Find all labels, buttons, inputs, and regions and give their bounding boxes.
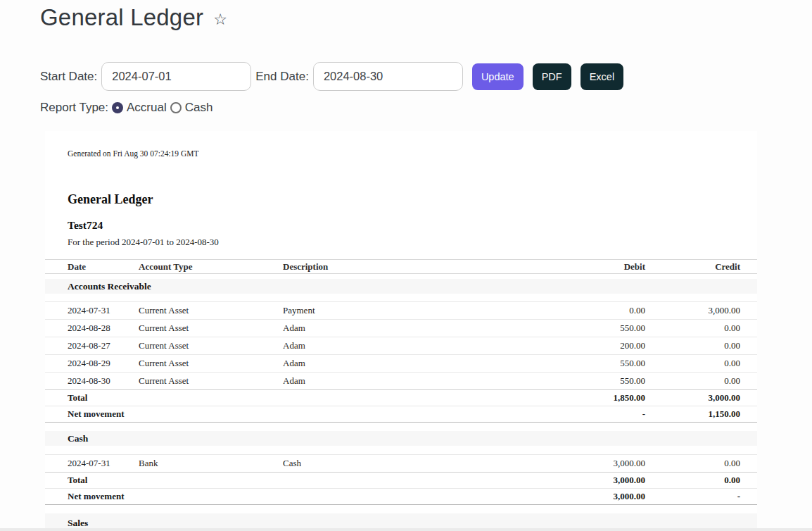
- end-date-label: End Date:: [255, 70, 309, 84]
- cell-description: Payment: [283, 305, 505, 316]
- report-controls: Start Date: End Date: Update PDF Excel: [40, 62, 623, 91]
- col-header-account-type: Account Type: [139, 261, 283, 273]
- cell-account-type: Bank: [139, 458, 283, 469]
- cell-date: 2024-08-30: [45, 375, 139, 387]
- cell-debit: 0.00: [505, 305, 645, 316]
- report-type-row: Report Type: Accrual Cash: [40, 100, 212, 115]
- cell-debit: 3,000.00: [505, 458, 645, 469]
- cell-debit: 550.00: [505, 358, 645, 369]
- cell-account-type: Current Asset: [139, 340, 283, 351]
- net-movement-label: Net movement: [45, 491, 139, 502]
- end-date-input[interactable]: [313, 62, 463, 91]
- cell-credit: 0.00: [645, 358, 757, 369]
- total-label: Total: [45, 392, 139, 404]
- cell-date: 2024-08-29: [45, 358, 139, 369]
- total-debit: 1,850.00: [505, 392, 645, 404]
- report-company: Test724: [68, 219, 103, 232]
- cell-debit: 550.00: [505, 375, 645, 387]
- cell-account-type: Current Asset: [139, 358, 283, 369]
- report-type-label: Report Type:: [40, 101, 108, 115]
- cell-date: 2024-08-27: [45, 340, 139, 351]
- cell-date: 2024-07-31: [45, 305, 139, 316]
- cell-description: Cash: [283, 458, 505, 469]
- total-debit: 3,000.00: [505, 475, 645, 486]
- table-header-row: Date Account Type Description Debit Cred…: [45, 259, 757, 274]
- table-row: 2024-08-30 Current Asset Adam 550.00 0.0…: [45, 372, 757, 389]
- cell-description: Adam: [283, 340, 505, 351]
- cell-credit: 0.00: [645, 375, 757, 387]
- page-title: General Ledger: [40, 4, 203, 31]
- section-header-cash: Cash: [45, 431, 757, 446]
- net-credit: -: [645, 491, 757, 502]
- net-debit: 3,000.00: [505, 491, 645, 502]
- total-row: Total 1,850.00 3,000.00: [45, 389, 757, 406]
- cell-credit: 0.00: [645, 340, 757, 351]
- cell-account-type: Current Asset: [139, 375, 283, 387]
- start-date-label: Start Date:: [40, 70, 97, 84]
- window-bottom-edge: [0, 528, 812, 531]
- col-header-date: Date: [45, 261, 139, 273]
- cell-account-type: Current Asset: [139, 323, 283, 334]
- total-label: Total: [45, 475, 139, 486]
- report-period: For the period 2024-07-01 to 2024-08-30: [68, 237, 219, 248]
- table-row: 2024-08-28 Current Asset Adam 550.00 0.0…: [45, 319, 757, 337]
- cell-credit: 3,000.00: [645, 305, 757, 316]
- radio-cash[interactable]: [170, 102, 182, 113]
- col-header-credit: Credit: [645, 261, 757, 273]
- table-row: 2024-08-27 Current Asset Adam 200.00 0.0…: [45, 337, 757, 354]
- col-header-debit: Debit: [505, 261, 645, 273]
- cell-credit: 0.00: [645, 323, 757, 334]
- pdf-button[interactable]: PDF: [533, 63, 571, 90]
- col-header-description: Description: [283, 261, 505, 273]
- cell-description: Adam: [283, 375, 505, 387]
- cell-account-type: Current Asset: [139, 305, 283, 316]
- cell-date: 2024-08-28: [45, 323, 139, 334]
- radio-accrual-label: Accrual: [127, 101, 167, 115]
- section-header-accounts-receivable: Accounts Receivable: [45, 279, 757, 294]
- total-credit: 3,000.00: [645, 392, 757, 404]
- ledger-table: Date Account Type Description Debit Cred…: [45, 259, 757, 531]
- cell-date: 2024-07-31: [45, 458, 139, 469]
- radio-accrual[interactable]: [112, 102, 123, 113]
- net-movement-label: Net movement: [45, 408, 139, 420]
- net-debit: -: [505, 408, 645, 420]
- net-credit: 1,150.00: [645, 408, 757, 420]
- cell-credit: 0.00: [645, 458, 757, 469]
- generated-timestamp: Generated on Fri Aug 30 07:24:19 GMT: [68, 149, 199, 158]
- cell-debit: 200.00: [505, 340, 645, 351]
- report-title: General Ledger: [68, 192, 153, 207]
- radio-cash-label: Cash: [185, 101, 213, 115]
- net-movement-row: Net movement 3,000.00 -: [45, 488, 757, 505]
- star-favorite-icon[interactable]: ☆: [213, 11, 227, 29]
- page-header: General Ledger ☆: [40, 4, 227, 31]
- excel-button[interactable]: Excel: [581, 63, 623, 90]
- cell-description: Adam: [283, 323, 505, 334]
- cell-description: Adam: [283, 358, 505, 369]
- start-date-input[interactable]: [101, 62, 251, 91]
- cell-debit: 550.00: [505, 323, 645, 334]
- table-row: 2024-07-31 Current Asset Payment 0.00 3,…: [45, 301, 757, 319]
- total-credit: 0.00: [645, 475, 757, 486]
- net-movement-row: Net movement - 1,150.00: [45, 406, 757, 423]
- update-button[interactable]: Update: [472, 63, 524, 90]
- table-row: 2024-07-31 Bank Cash 3,000.00 0.00: [45, 454, 757, 472]
- report-panel: Generated on Fri Aug 30 07:24:19 GMT Gen…: [45, 131, 757, 531]
- total-row: Total 3,000.00 0.00: [45, 472, 757, 488]
- table-row: 2024-08-29 Current Asset Adam 550.00 0.0…: [45, 354, 757, 372]
